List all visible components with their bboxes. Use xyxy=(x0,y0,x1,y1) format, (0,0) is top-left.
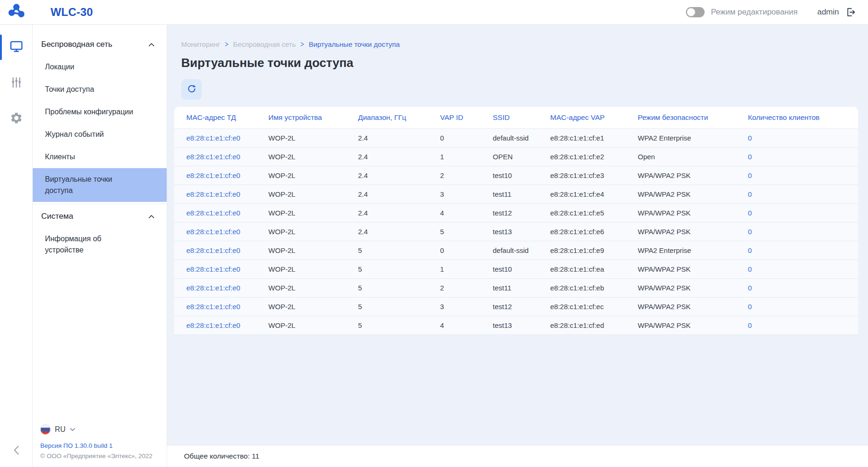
refresh-button[interactable] xyxy=(181,79,202,100)
rail-item-settings[interactable] xyxy=(0,105,32,133)
cell-clients[interactable]: 0 xyxy=(736,279,858,297)
cell-mac_ap[interactable]: e8:28:c1:e1:cf:e0 xyxy=(174,204,256,222)
cell-security: WPA2 Enterprise xyxy=(625,129,736,148)
edit-mode-toggle[interactable] xyxy=(686,7,705,17)
cell-mac_ap[interactable]: e8:28:c1:e1:cf:e0 xyxy=(174,241,256,260)
sidebar-section-label: Система xyxy=(41,212,73,221)
column-header-mac_vap: MAC-адрес VAP xyxy=(538,107,625,129)
cell-clients[interactable]: 0 xyxy=(736,166,858,185)
edit-mode-label: Режим редактирования xyxy=(711,7,797,17)
breadcrumb-link[interactable]: Беспроводная сеть xyxy=(233,40,296,48)
chevron-up-icon xyxy=(148,43,154,47)
cell-mac_ap[interactable]: e8:28:c1:e1:cf:e0 xyxy=(174,260,256,279)
column-header-mac_ap: MAC-адрес ТД xyxy=(174,107,256,129)
cell-mac_ap[interactable]: e8:28:c1:e1:cf:e0 xyxy=(174,148,256,166)
sidebar-collapse-button[interactable] xyxy=(14,445,19,457)
cell-band: 5 xyxy=(346,260,428,279)
cell-clients[interactable]: 0 xyxy=(736,241,858,260)
cell-security: WPA/WPA2 PSK xyxy=(625,316,736,335)
copyright-text: © ООО «Предприятие «Элтекс», 2022 xyxy=(40,452,159,460)
cell-security: WPA/WPA2 PSK xyxy=(625,166,736,185)
sidebar-section-header[interactable]: Система xyxy=(33,204,167,228)
sidebar-bottom: RU Версия ПО 1.30.0 build 1 © ООО «Предп… xyxy=(33,421,167,467)
breadcrumb-link[interactable]: Мониторинг xyxy=(181,40,220,48)
cell-vap_id: 1 xyxy=(428,148,480,166)
language-selector[interactable]: RU xyxy=(40,421,159,442)
language-label: RU xyxy=(55,425,66,434)
rail-item-configuration[interactable] xyxy=(0,70,32,97)
cell-clients[interactable]: 0 xyxy=(736,129,858,148)
cell-device: WOP-2L xyxy=(256,166,346,185)
cell-band: 2.4 xyxy=(346,204,428,222)
chevron-right-icon: > xyxy=(301,40,304,49)
cell-mac_ap[interactable]: e8:28:c1:e1:cf:e0 xyxy=(174,316,256,335)
cell-mac_vap: e8:28:c1:e1:cf:e2 xyxy=(538,148,625,166)
cell-mac_ap[interactable]: e8:28:c1:e1:cf:e0 xyxy=(174,166,256,185)
molecule-icon xyxy=(8,3,24,21)
cell-security: WPA/WPA2 PSK xyxy=(625,222,736,241)
cell-mac_ap[interactable]: e8:28:c1:e1:cf:e0 xyxy=(174,129,256,148)
cell-security: WPA/WPA2 PSK xyxy=(625,204,736,222)
cell-device: WOP-2L xyxy=(256,222,346,241)
table-row: e8:28:c1:e1:cf:e0WOP-2L2.43test11e8:28:c… xyxy=(174,185,858,204)
cell-device: WOP-2L xyxy=(256,129,346,148)
cell-mac_vap: e8:28:c1:e1:cf:e5 xyxy=(538,204,625,222)
sidebar-item[interactable]: Журнал событий xyxy=(33,123,167,146)
cell-vap_id: 0 xyxy=(428,241,480,260)
cell-clients[interactable]: 0 xyxy=(736,204,858,222)
table-row: e8:28:c1:e1:cf:e0WOP-2L2.44test12e8:28:c… xyxy=(174,204,858,222)
cell-ssid: default-ssid xyxy=(481,129,538,148)
cell-clients[interactable]: 0 xyxy=(736,260,858,279)
sidebar-item[interactable]: Виртуальные точки доступа xyxy=(33,168,167,202)
cell-ssid: test10 xyxy=(481,166,538,185)
sidebar-section-header[interactable]: Беспроводная сеть xyxy=(33,32,167,56)
cell-security: WPA/WPA2 PSK xyxy=(625,279,736,297)
cell-mac_vap: e8:28:c1:e1:cf:e3 xyxy=(538,166,625,185)
cell-clients[interactable]: 0 xyxy=(736,222,858,241)
cell-mac_ap[interactable]: e8:28:c1:e1:cf:e0 xyxy=(174,279,256,297)
chevron-left-icon xyxy=(14,448,19,456)
sidebar-section: СистемаИнформация об устройстве xyxy=(33,204,167,261)
cell-vap_id: 0 xyxy=(428,129,480,148)
sidebar: Беспроводная сетьЛокацииТочки доступаПро… xyxy=(33,25,167,467)
cell-ssid: test10 xyxy=(481,260,538,279)
sidebar-item[interactable]: Информация об устройстве xyxy=(33,228,167,261)
cell-clients[interactable]: 0 xyxy=(736,316,858,335)
cell-security: WPA/WPA2 PSK xyxy=(625,185,736,204)
cell-security: WPA/WPA2 PSK xyxy=(625,297,736,316)
sidebar-item[interactable]: Точки доступа xyxy=(33,78,167,101)
cell-band: 5 xyxy=(346,316,428,335)
sidebar-item[interactable]: Клиенты xyxy=(33,146,167,168)
rail-item-monitoring[interactable] xyxy=(0,33,32,61)
main-area: Мониторинг>Беспроводная сеть>Виртуальные… xyxy=(167,25,868,467)
cell-device: WOP-2L xyxy=(256,297,346,316)
cell-security: WPA/WPA2 PSK xyxy=(625,260,736,279)
sidebar-item[interactable]: Локации xyxy=(33,56,167,78)
logout-icon[interactable] xyxy=(845,7,856,18)
cell-band: 2.4 xyxy=(346,148,428,166)
cell-mac_vap: e8:28:c1:e1:cf:e4 xyxy=(538,185,625,204)
cell-device: WOP-2L xyxy=(256,260,346,279)
cell-clients[interactable]: 0 xyxy=(736,148,858,166)
sidebar-section: Беспроводная сетьЛокацииТочки доступаПро… xyxy=(33,32,167,202)
cell-clients[interactable]: 0 xyxy=(736,297,858,316)
cell-mac_ap[interactable]: e8:28:c1:e1:cf:e0 xyxy=(174,297,256,316)
table-row: e8:28:c1:e1:cf:e0WOP-2L51test10e8:28:c1:… xyxy=(174,260,858,279)
sidebar-item[interactable]: Проблемы конфигурации xyxy=(33,101,167,123)
table-footer: Общее количество: 11 xyxy=(167,445,868,467)
cell-band: 5 xyxy=(346,297,428,316)
cell-security: WPA2 Enterprise xyxy=(625,241,736,260)
cell-device: WOP-2L xyxy=(256,279,346,297)
cell-vap_id: 1 xyxy=(428,260,480,279)
column-header-clients: Количество клиентов xyxy=(736,107,858,129)
column-header-ssid: SSID xyxy=(481,107,538,129)
main-layout: Беспроводная сетьЛокацииТочки доступаПро… xyxy=(0,25,868,467)
table-header-row: MAC-адрес ТДИмя устройстваДиапазон, ГГцV… xyxy=(174,107,858,129)
cell-clients[interactable]: 0 xyxy=(736,185,858,204)
firmware-version-link[interactable]: Версия ПО 1.30.0 build 1 xyxy=(40,442,159,452)
cell-mac_vap: e8:28:c1:e1:cf:e1 xyxy=(538,129,625,148)
cell-mac_ap[interactable]: e8:28:c1:e1:cf:e0 xyxy=(174,185,256,204)
cell-mac_ap[interactable]: e8:28:c1:e1:cf:e0 xyxy=(174,222,256,241)
user-name[interactable]: admin xyxy=(817,7,839,17)
table-row: e8:28:c1:e1:cf:e0WOP-2L54test13e8:28:c1:… xyxy=(174,316,858,335)
